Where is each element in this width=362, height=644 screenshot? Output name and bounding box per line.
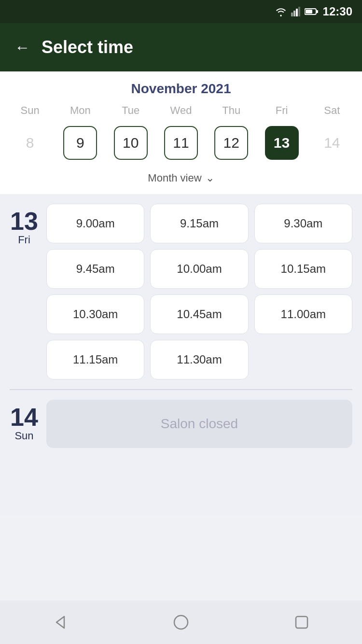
svg-point-8	[174, 616, 188, 629]
weekday-sat: Sat	[307, 104, 357, 117]
slot-900am[interactable]: 9.00am	[46, 204, 144, 243]
slot-1045am[interactable]: 10.45am	[150, 294, 248, 334]
salon-closed-panel: Salon closed	[46, 400, 352, 448]
wifi-icon	[275, 7, 287, 16]
weekday-sun: Sun	[5, 104, 55, 117]
svg-marker-7	[56, 616, 64, 628]
svg-rect-0	[291, 13, 293, 16]
svg-rect-3	[298, 7, 300, 16]
square-recents-icon	[293, 614, 310, 631]
status-icons	[275, 7, 318, 16]
day-label-13: 13 Fri	[10, 204, 39, 379]
battery-icon	[305, 8, 318, 15]
date-9: 9	[63, 126, 97, 160]
weekday-mon: Mon	[55, 104, 105, 117]
month-view-label: Month view	[148, 172, 201, 184]
nav-recents-button[interactable]	[292, 613, 311, 632]
slot-915am[interactable]: 9.15am	[150, 204, 248, 243]
page-title: Select time	[42, 37, 133, 57]
day-label-14: 14 Sun	[10, 400, 39, 448]
date-14: 14	[315, 126, 349, 160]
weekday-wed: Wed	[156, 104, 206, 117]
day-divider	[10, 389, 352, 390]
nav-bar	[0, 601, 362, 644]
triangle-back-icon	[52, 614, 69, 631]
slot-945am[interactable]: 9.45am	[46, 249, 144, 289]
svg-rect-6	[317, 10, 318, 13]
calendar-section: November 2021 Sun Mon Tue Wed Thu Fri Sa…	[0, 71, 362, 194]
day-block-13: 13 Fri 9.00am 9.15am 9.30am 9.45am 10.00…	[10, 204, 352, 379]
weekday-row: Sun Mon Tue Wed Thu Fri Sat	[0, 104, 362, 117]
timeslots-section: 13 Fri 9.00am 9.15am 9.30am 9.45am 10.00…	[0, 194, 362, 516]
date-cell-8[interactable]: 8	[7, 124, 53, 162]
circle-home-icon	[172, 614, 190, 631]
date-cell-10[interactable]: 10	[108, 124, 154, 162]
svg-rect-1	[293, 11, 295, 16]
slot-1130am[interactable]: 11.30am	[150, 340, 248, 379]
salon-closed-label: Salon closed	[161, 416, 238, 432]
signal-icon	[291, 7, 301, 16]
dates-row: 8 9 10 11 12 13 14	[0, 122, 362, 164]
slots-grid-13: 9.00am 9.15am 9.30am 9.45am 10.00am 10.1…	[46, 204, 352, 379]
status-time: 12:30	[323, 5, 352, 18]
slot-1100am[interactable]: 11.00am	[254, 294, 352, 334]
day-num-13: 13	[10, 209, 38, 234]
back-button[interactable]: ←	[14, 39, 30, 56]
date-8: 8	[13, 126, 47, 160]
date-cell-14[interactable]: 14	[309, 124, 355, 162]
svg-rect-9	[296, 616, 307, 628]
svg-rect-5	[306, 10, 312, 14]
slot-1000am[interactable]: 10.00am	[150, 249, 248, 289]
day-name-14: Sun	[14, 430, 33, 442]
weekday-fri: Fri	[256, 104, 306, 117]
month-year-label: November 2021	[0, 81, 362, 97]
date-cell-9[interactable]: 9	[57, 124, 103, 162]
day-name-13: Fri	[18, 234, 30, 246]
nav-back-button[interactable]	[51, 613, 70, 632]
app-header: ← Select time	[0, 23, 362, 71]
date-cell-11[interactable]: 11	[158, 124, 204, 162]
slot-930am[interactable]: 9.30am	[254, 204, 352, 243]
chevron-down-icon: ⌄	[206, 172, 214, 184]
day-num-14: 14	[10, 405, 38, 430]
date-cell-12[interactable]: 12	[208, 124, 254, 162]
date-11: 11	[164, 126, 198, 160]
date-13: 13	[265, 126, 299, 160]
status-bar: 12:30	[0, 0, 362, 23]
svg-rect-2	[296, 9, 298, 16]
slot-1030am[interactable]: 10.30am	[46, 294, 144, 334]
month-view-toggle[interactable]: Month view ⌄	[0, 164, 362, 189]
weekday-tue: Tue	[106, 104, 156, 117]
slot-1115am[interactable]: 11.15am	[46, 340, 144, 379]
date-10: 10	[114, 126, 148, 160]
date-12: 12	[214, 126, 248, 160]
date-cell-13[interactable]: 13	[258, 124, 305, 162]
day-block-14: 14 Sun Salon closed	[10, 400, 352, 448]
nav-home-button[interactable]	[171, 613, 191, 632]
slot-1015am[interactable]: 10.15am	[254, 249, 352, 289]
weekday-thu: Thu	[206, 104, 256, 117]
